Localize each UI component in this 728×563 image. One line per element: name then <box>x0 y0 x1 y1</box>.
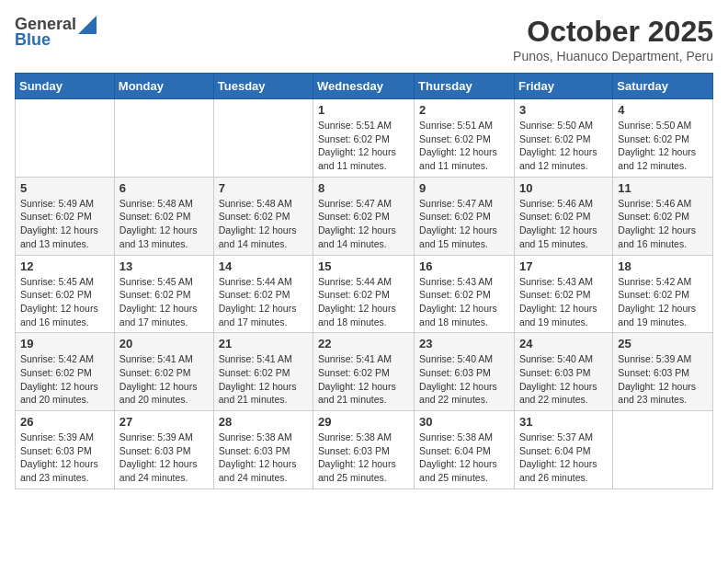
cell-info: Sunrise: 5:46 AM Sunset: 6:02 PM Dayligh… <box>618 197 708 251</box>
table-row: 11Sunrise: 5:46 AM Sunset: 6:02 PM Dayli… <box>613 177 713 255</box>
header-friday: Friday <box>514 74 612 99</box>
cell-info: Sunrise: 5:51 AM Sunset: 6:02 PM Dayligh… <box>318 119 409 173</box>
table-row: 6Sunrise: 5:48 AM Sunset: 6:02 PM Daylig… <box>114 177 213 255</box>
cell-date-number: 7 <box>219 181 308 195</box>
cell-date-number: 11 <box>618 181 708 195</box>
cell-info: Sunrise: 5:50 AM Sunset: 6:02 PM Dayligh… <box>618 119 708 173</box>
cell-date-number: 1 <box>318 103 409 117</box>
table-row: 12Sunrise: 5:45 AM Sunset: 6:02 PM Dayli… <box>16 255 115 333</box>
table-row: 17Sunrise: 5:43 AM Sunset: 6:02 PM Dayli… <box>514 255 612 333</box>
cell-date-number: 6 <box>119 181 209 195</box>
cell-date-number: 4 <box>618 103 708 117</box>
cell-info: Sunrise: 5:41 AM Sunset: 6:02 PM Dayligh… <box>119 352 209 407</box>
week-row-2: 5Sunrise: 5:49 AM Sunset: 6:02 PM Daylig… <box>16 177 713 255</box>
cell-info: Sunrise: 5:43 AM Sunset: 6:02 PM Dayligh… <box>519 275 608 329</box>
cell-date-number: 13 <box>119 259 209 273</box>
cell-info: Sunrise: 5:45 AM Sunset: 6:02 PM Dayligh… <box>20 275 109 329</box>
cell-date-number: 27 <box>119 415 209 429</box>
cell-date-number: 9 <box>419 181 509 195</box>
cell-info: Sunrise: 5:51 AM Sunset: 6:02 PM Dayligh… <box>419 119 509 173</box>
cell-date-number: 31 <box>519 415 608 429</box>
cell-info: Sunrise: 5:40 AM Sunset: 6:03 PM Dayligh… <box>419 352 509 407</box>
cell-date-number: 8 <box>318 181 409 195</box>
cell-info: Sunrise: 5:39 AM Sunset: 6:03 PM Dayligh… <box>618 352 708 407</box>
cell-info: Sunrise: 5:40 AM Sunset: 6:03 PM Dayligh… <box>519 352 608 407</box>
cell-info: Sunrise: 5:49 AM Sunset: 6:02 PM Dayligh… <box>20 197 109 251</box>
cell-date-number: 17 <box>519 259 608 273</box>
cell-date-number: 18 <box>618 259 708 273</box>
cell-info: Sunrise: 5:38 AM Sunset: 6:04 PM Dayligh… <box>419 431 509 485</box>
table-row: 21Sunrise: 5:41 AM Sunset: 6:02 PM Dayli… <box>213 333 313 411</box>
table-row: 19Sunrise: 5:42 AM Sunset: 6:02 PM Dayli… <box>16 333 115 411</box>
svg-marker-0 <box>78 16 97 34</box>
cell-date-number: 21 <box>219 337 308 350</box>
table-row <box>16 99 115 178</box>
cell-date-number: 10 <box>519 181 608 195</box>
logo: General Blue <box>15 15 97 50</box>
table-row <box>213 99 313 178</box>
header-monday: Monday <box>114 74 213 99</box>
table-row: 15Sunrise: 5:44 AM Sunset: 6:02 PM Dayli… <box>313 255 415 333</box>
cell-info: Sunrise: 5:48 AM Sunset: 6:02 PM Dayligh… <box>119 197 209 251</box>
calendar-subtitle: Punos, Huanuco Department, Peru <box>513 49 713 63</box>
header-sunday: Sunday <box>16 74 115 99</box>
week-row-5: 26Sunrise: 5:39 AM Sunset: 6:03 PM Dayli… <box>16 411 713 489</box>
table-row: 7Sunrise: 5:48 AM Sunset: 6:02 PM Daylig… <box>213 177 313 255</box>
week-row-4: 19Sunrise: 5:42 AM Sunset: 6:02 PM Dayli… <box>16 333 713 411</box>
cell-date-number: 5 <box>20 181 109 195</box>
calendar-table: Sunday Monday Tuesday Wednesday Thursday… <box>15 73 713 489</box>
table-row: 1Sunrise: 5:51 AM Sunset: 6:02 PM Daylig… <box>313 99 415 178</box>
table-row: 20Sunrise: 5:41 AM Sunset: 6:02 PM Dayli… <box>114 333 213 411</box>
cell-info: Sunrise: 5:38 AM Sunset: 6:03 PM Dayligh… <box>219 431 308 485</box>
cell-info: Sunrise: 5:37 AM Sunset: 6:04 PM Dayligh… <box>519 431 608 485</box>
cell-date-number: 25 <box>618 337 708 350</box>
cell-info: Sunrise: 5:43 AM Sunset: 6:02 PM Dayligh… <box>419 275 509 329</box>
cell-date-number: 3 <box>519 103 608 117</box>
table-row: 8Sunrise: 5:47 AM Sunset: 6:02 PM Daylig… <box>313 177 415 255</box>
cell-date-number: 22 <box>318 337 409 350</box>
table-row: 4Sunrise: 5:50 AM Sunset: 6:02 PM Daylig… <box>613 99 713 178</box>
cell-info: Sunrise: 5:42 AM Sunset: 6:02 PM Dayligh… <box>20 352 109 407</box>
table-row: 22Sunrise: 5:41 AM Sunset: 6:02 PM Dayli… <box>313 333 415 411</box>
cell-info: Sunrise: 5:41 AM Sunset: 6:02 PM Dayligh… <box>318 352 409 407</box>
cell-date-number: 29 <box>318 415 409 429</box>
cell-info: Sunrise: 5:41 AM Sunset: 6:02 PM Dayligh… <box>219 352 308 407</box>
cell-date-number: 23 <box>419 337 509 350</box>
table-row: 27Sunrise: 5:39 AM Sunset: 6:03 PM Dayli… <box>114 411 213 489</box>
cell-date-number: 24 <box>519 337 608 350</box>
cell-date-number: 30 <box>419 415 509 429</box>
cell-date-number: 14 <box>219 259 308 273</box>
cell-info: Sunrise: 5:48 AM Sunset: 6:02 PM Dayligh… <box>219 197 308 251</box>
cell-info: Sunrise: 5:44 AM Sunset: 6:02 PM Dayligh… <box>219 275 308 329</box>
cell-date-number: 2 <box>419 103 509 117</box>
header-saturday: Saturday <box>613 74 713 99</box>
table-row: 2Sunrise: 5:51 AM Sunset: 6:02 PM Daylig… <box>415 99 515 178</box>
cell-date-number: 15 <box>318 259 409 273</box>
cell-info: Sunrise: 5:50 AM Sunset: 6:02 PM Dayligh… <box>519 119 608 173</box>
cell-info: Sunrise: 5:39 AM Sunset: 6:03 PM Dayligh… <box>20 431 109 485</box>
calendar-title: October 2025 <box>513 15 713 49</box>
calendar-title-area: October 2025 Punos, Huanuco Department, … <box>513 15 713 63</box>
week-row-3: 12Sunrise: 5:45 AM Sunset: 6:02 PM Dayli… <box>16 255 713 333</box>
table-row: 30Sunrise: 5:38 AM Sunset: 6:04 PM Dayli… <box>415 411 515 489</box>
header-tuesday: Tuesday <box>213 74 313 99</box>
cell-info: Sunrise: 5:47 AM Sunset: 6:02 PM Dayligh… <box>419 197 509 251</box>
cell-info: Sunrise: 5:45 AM Sunset: 6:02 PM Dayligh… <box>119 275 209 329</box>
table-row: 28Sunrise: 5:38 AM Sunset: 6:03 PM Dayli… <box>213 411 313 489</box>
table-row: 16Sunrise: 5:43 AM Sunset: 6:02 PM Dayli… <box>415 255 515 333</box>
table-row <box>613 411 713 489</box>
table-row: 3Sunrise: 5:50 AM Sunset: 6:02 PM Daylig… <box>514 99 612 178</box>
table-row: 25Sunrise: 5:39 AM Sunset: 6:03 PM Dayli… <box>613 333 713 411</box>
cell-date-number: 26 <box>20 415 109 429</box>
calendar-header-row: Sunday Monday Tuesday Wednesday Thursday… <box>16 74 713 99</box>
table-row: 9Sunrise: 5:47 AM Sunset: 6:02 PM Daylig… <box>415 177 515 255</box>
header-wednesday: Wednesday <box>313 74 415 99</box>
cell-info: Sunrise: 5:39 AM Sunset: 6:03 PM Dayligh… <box>119 431 209 485</box>
table-row: 18Sunrise: 5:42 AM Sunset: 6:02 PM Dayli… <box>613 255 713 333</box>
cell-date-number: 20 <box>119 337 209 350</box>
logo-triangle-icon <box>76 16 97 34</box>
table-row: 14Sunrise: 5:44 AM Sunset: 6:02 PM Dayli… <box>213 255 313 333</box>
cell-info: Sunrise: 5:46 AM Sunset: 6:02 PM Dayligh… <box>519 197 608 251</box>
table-row: 23Sunrise: 5:40 AM Sunset: 6:03 PM Dayli… <box>415 333 515 411</box>
table-row: 10Sunrise: 5:46 AM Sunset: 6:02 PM Dayli… <box>514 177 612 255</box>
